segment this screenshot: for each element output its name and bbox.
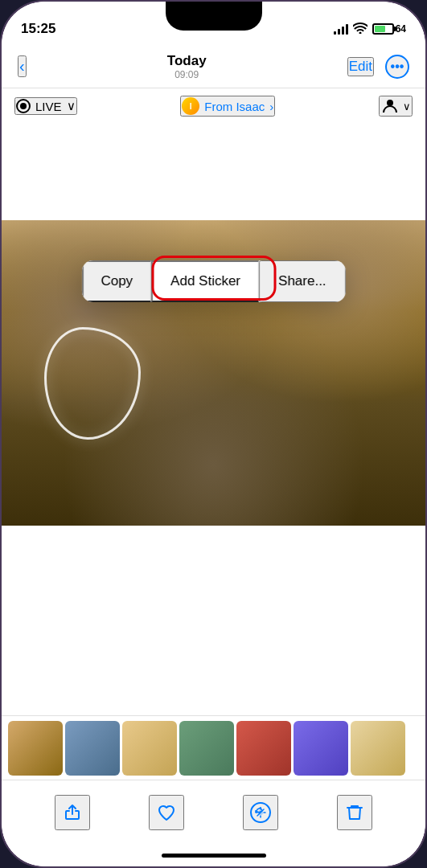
status-bar: 15:25 xyxy=(2,2,425,45)
battery-indicator: 64 xyxy=(372,23,406,35)
home-indicator xyxy=(2,844,425,866)
thumbnail-1[interactable] xyxy=(8,721,63,776)
notch xyxy=(166,2,262,31)
from-chevron: › xyxy=(269,100,273,113)
nav-center: Today 09:09 xyxy=(167,53,207,80)
battery-shape xyxy=(372,23,394,35)
main-content: Copy Add Sticker Share... xyxy=(2,124,425,844)
more-dots: ••• xyxy=(391,59,404,74)
photo-area: Copy Add Sticker Share... xyxy=(2,220,425,715)
thumbnail-3[interactable] xyxy=(122,721,177,776)
thumbnail-5[interactable] xyxy=(236,721,291,776)
person-chevron: ∨ xyxy=(403,100,411,113)
from-label: From Isaac xyxy=(204,100,265,113)
signal-bar-3 xyxy=(342,27,344,35)
add-sticker-highlight xyxy=(151,256,276,301)
thumbnail-6[interactable] xyxy=(294,721,348,776)
phone-frame: 15:25 xyxy=(0,0,427,868)
magic-wand-icon xyxy=(249,801,272,824)
dogs-photo: Copy Add Sticker Share... xyxy=(2,220,425,526)
person-button[interactable]: ∨ xyxy=(379,96,413,117)
signal-bars xyxy=(334,23,348,35)
white-top-space xyxy=(2,124,425,220)
dog-silhouette xyxy=(44,327,141,440)
back-chevron: ‹ xyxy=(19,57,25,76)
person-icon xyxy=(380,97,400,115)
svg-point-0 xyxy=(387,100,393,106)
nav-subtitle: 09:09 xyxy=(174,69,199,80)
home-bar xyxy=(162,854,266,858)
nav-bar: ‹ Today 09:09 Edit ••• xyxy=(2,45,425,88)
back-button[interactable]: ‹ xyxy=(18,55,27,77)
more-button[interactable]: ••• xyxy=(385,55,409,79)
nav-actions: Edit ••• xyxy=(347,55,409,79)
from-avatar: I xyxy=(182,97,199,115)
wifi-icon xyxy=(353,23,367,36)
share-icon xyxy=(63,803,82,822)
bottom-toolbar xyxy=(2,780,425,844)
from-badge-button[interactable]: I From Isaac › xyxy=(180,96,275,117)
top-toolbar: LIVE ∨ I From Isaac › ∨ xyxy=(2,88,425,124)
like-toolbar-button[interactable] xyxy=(149,795,184,830)
signal-bar-1 xyxy=(334,31,336,35)
status-time: 15:25 xyxy=(21,21,55,37)
thumbnail-4[interactable] xyxy=(179,721,234,776)
edit-button[interactable]: Edit xyxy=(347,57,374,76)
svg-point-2 xyxy=(258,810,263,815)
live-circle-icon xyxy=(16,99,31,113)
magic-toolbar-button[interactable] xyxy=(243,795,278,830)
thumbnail-strip xyxy=(2,715,425,780)
trash-icon xyxy=(345,803,364,822)
battery-fill xyxy=(375,26,386,32)
signal-bar-4 xyxy=(346,24,348,35)
live-dot xyxy=(20,103,27,109)
thumbnail-7[interactable] xyxy=(351,721,405,776)
phone-screen: 15:25 xyxy=(2,2,425,866)
share-toolbar-button[interactable] xyxy=(55,795,90,830)
thumbnail-2[interactable] xyxy=(65,721,120,776)
signal-bar-2 xyxy=(338,29,340,35)
delete-toolbar-button[interactable] xyxy=(337,795,372,830)
nav-title: Today xyxy=(167,53,207,69)
live-badge-button[interactable]: LIVE ∨ xyxy=(14,97,77,115)
status-icons: 64 xyxy=(334,23,406,36)
heart-icon xyxy=(157,803,176,822)
live-chevron: ∨ xyxy=(67,99,76,113)
white-bottom-space xyxy=(2,526,425,654)
copy-button[interactable]: Copy xyxy=(81,260,151,302)
live-label: LIVE xyxy=(35,100,62,113)
battery-level: 64 xyxy=(396,23,406,35)
